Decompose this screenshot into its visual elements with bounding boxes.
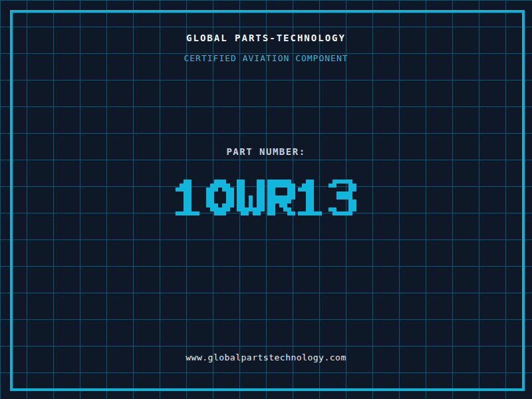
certification-text: CERTIFIED AVIATION COMPONENT xyxy=(0,53,532,63)
part-number-pixel-text xyxy=(176,180,356,215)
part-number-value xyxy=(176,180,356,215)
company-name: GLOBAL PARTS-TECHNOLOGY xyxy=(0,33,532,43)
website-url: www.globalpartstechnology.com xyxy=(0,352,532,362)
part-number-label: PART NUMBER: xyxy=(0,146,532,157)
